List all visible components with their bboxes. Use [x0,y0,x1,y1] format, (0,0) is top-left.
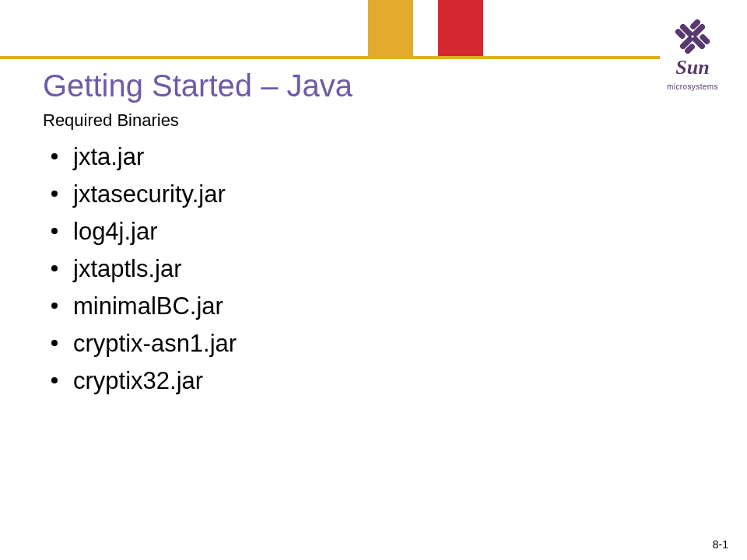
list-item: minimalBC.jar [47,288,237,325]
list-item: jxta.jar [47,138,237,176]
list-item: jxtasecurity.jar [47,176,237,213]
list-item: cryptix-asn1.jar [47,325,237,362]
sun-caption: microsystems [658,82,727,91]
sun-wordmark: Sun [675,56,709,79]
list-item: cryptix32.jar [47,362,237,400]
accent-block-gold [368,0,413,56]
divider-line [0,56,660,59]
sun-logo: Sun microsystems [658,12,727,93]
list-item: jxtaptls.jar [47,250,237,288]
slide-subtitle: Required Binaries [43,110,179,131]
slide-title: Getting Started – Java [43,68,352,103]
sun-diamond-icon [668,12,717,61]
bullet-list: jxta.jar jxtasecurity.jar log4j.jar jxta… [47,138,237,400]
list-item: log4j.jar [47,213,237,250]
page-number: 8-1 [713,538,728,551]
accent-block-red [438,0,483,56]
